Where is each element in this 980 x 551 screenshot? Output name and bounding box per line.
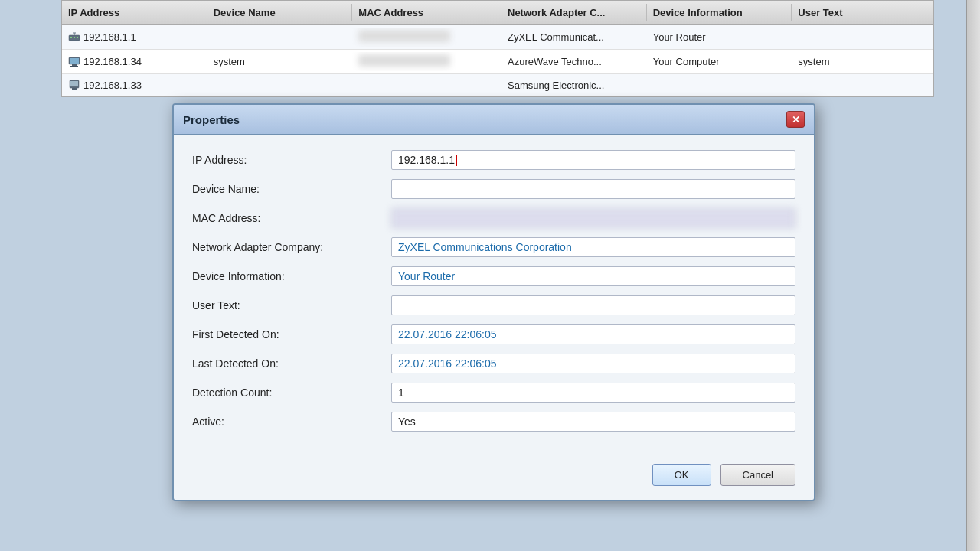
active-field: Yes bbox=[391, 412, 795, 432]
devinfo-label: Device Information: bbox=[192, 270, 391, 282]
adapter-label: Network Adapter Company: bbox=[192, 241, 391, 253]
ip-address-label: IP Address: bbox=[192, 154, 391, 166]
mac-address-label: MAC Address: bbox=[192, 212, 391, 224]
text-cursor bbox=[456, 155, 457, 166]
device-name-label: Device Name: bbox=[192, 183, 391, 195]
device-name-field[interactable] bbox=[391, 179, 795, 199]
adapter-row: Network Adapter Company: ZyXEL Communica… bbox=[192, 237, 795, 257]
last-detected-label: Last Detected On: bbox=[192, 357, 391, 370]
devinfo-field: Your Router bbox=[391, 266, 795, 286]
active-row: Active: Yes bbox=[192, 412, 795, 432]
usertext-label: User Text: bbox=[192, 299, 391, 311]
last-detected-field: 22.07.2016 22:06:05 bbox=[391, 354, 795, 373]
dialog-title: Properties bbox=[183, 113, 240, 126]
mac-address-row: MAC Address: bbox=[192, 208, 795, 228]
detection-count-field: 1 bbox=[391, 383, 795, 403]
ip-address-row: IP Address: 192.168.1.1 bbox=[192, 150, 795, 170]
first-detected-field: 22.07.2016 22:06:05 bbox=[391, 324, 795, 344]
ip-address-value: 192.168.1.1 bbox=[398, 154, 455, 166]
dialog-overlay: Properties ✕ IP Address: 192.168.1.1 Dev… bbox=[0, 0, 980, 551]
usertext-row: User Text: bbox=[192, 295, 795, 315]
usertext-field[interactable] bbox=[391, 295, 795, 315]
active-label: Active: bbox=[192, 416, 391, 428]
ok-button[interactable]: OK bbox=[652, 464, 711, 486]
ip-address-field[interactable]: 192.168.1.1 bbox=[391, 150, 795, 170]
devinfo-row: Device Information: Your Router bbox=[192, 266, 795, 286]
cancel-button[interactable]: Cancel bbox=[720, 464, 795, 486]
dialog-body: IP Address: 192.168.1.1 Device Name: MAC… bbox=[174, 135, 814, 456]
first-detected-row: First Detected On: 22.07.2016 22:06:05 bbox=[192, 324, 795, 344]
mac-address-field[interactable] bbox=[391, 208, 795, 228]
dialog-titlebar: Properties ✕ bbox=[174, 105, 814, 135]
first-detected-label: First Detected On: bbox=[192, 328, 391, 341]
device-name-row: Device Name: bbox=[192, 179, 795, 199]
dialog-footer: OK Cancel bbox=[174, 456, 814, 500]
detection-count-row: Detection Count: 1 bbox=[192, 383, 795, 403]
last-detected-row: Last Detected On: 22.07.2016 22:06:05 bbox=[192, 354, 795, 373]
adapter-field: ZyXEL Communications Corporation bbox=[391, 237, 795, 257]
properties-dialog: Properties ✕ IP Address: 192.168.1.1 Dev… bbox=[172, 103, 815, 501]
close-button[interactable]: ✕ bbox=[786, 111, 805, 128]
detection-count-label: Detection Count: bbox=[192, 386, 391, 399]
